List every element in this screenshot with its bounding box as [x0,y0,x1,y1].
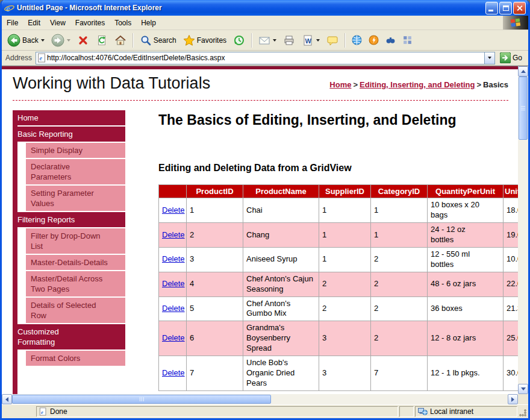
address-bar: Address e Go [2,51,528,66]
lightning-extra-button[interactable] [366,34,382,46]
grid-header-empty [159,185,187,198]
site-masthead: Working with Data Tutorials Home>Editing… [13,74,508,101]
close-button[interactable] [513,2,526,14]
breadcrumb-home-link[interactable]: Home [329,80,351,89]
sidebar-item-filter-by-dropdown-list[interactable]: Filter by Drop-Down List [26,228,125,254]
scroll-down-button[interactable] [518,384,528,394]
cell-productid: 7 [187,356,243,391]
history-button[interactable] [230,33,248,48]
address-input[interactable] [47,53,484,63]
go-button[interactable]: Go [495,52,526,63]
toolbar-separator [344,33,346,48]
address-dropdown-button[interactable] [484,52,494,64]
cell-supplierid: 2 [319,296,371,321]
sidebar-item-details-of-selected-row[interactable]: Details of Selected Row [26,298,125,323]
forward-dropdown-icon [67,39,70,42]
breadcrumb-section-link[interactable]: Editing, Inserting, and Deleting [360,80,475,89]
discuss-button[interactable] [323,33,341,48]
status-page-icon: e [39,407,48,416]
print-button[interactable] [280,33,298,48]
binoculars-icon [385,35,396,45]
stop-icon [77,34,89,46]
table-row: Delete 6 Grandma's Boysenberry Spread 3 … [159,321,519,356]
sidebar-item-basic-reporting[interactable]: Basic Reporting [13,127,125,142]
vertical-scrollbar[interactable] [518,66,528,394]
menu-tools[interactable]: Tools [110,16,136,30]
section-heading: Editing and Deleting Data from a GridVie… [158,163,518,174]
favorites-button[interactable]: Favorites [180,33,229,48]
delete-link[interactable]: Delete [162,205,185,215]
delete-link[interactable]: Delete [162,279,185,288]
stop-button[interactable] [74,33,92,48]
menu-help[interactable]: Help [136,16,161,30]
cell-productid: 3 [187,248,243,272]
vertical-scroll-track[interactable] [518,77,528,384]
cell-productid: 2 [187,223,243,248]
delete-link[interactable]: Delete [162,333,185,342]
close-icon [516,5,523,11]
intranet-zone-icon [418,407,428,416]
menu-view[interactable]: View [45,16,70,30]
horizontal-scroll-track[interactable] [12,394,508,404]
sidebar-item-home[interactable]: Home [13,110,125,125]
menu-favorites[interactable]: Favorites [70,16,110,30]
sidebar-item-setting-parameter-values[interactable]: Setting Parameter Values [26,186,125,211]
scroll-right-button[interactable] [508,394,518,404]
title-bar[interactable]: e Untitled Page - Microsoft Internet Exp… [2,0,528,16]
globe-extra-button[interactable] [349,34,365,46]
tiles-extra-button[interactable] [399,34,416,46]
sidebar-item-format-colors[interactable]: Format Colors [26,351,125,366]
sidebar-item-customized-formatting[interactable]: Customized Formatting [13,324,125,349]
sidebar-item-master-details-details[interactable]: Master-Details-Details [26,255,125,270]
delete-link[interactable]: Delete [162,230,185,239]
sidebar-item-simple-display[interactable]: Simple Display [26,143,125,158]
cell-categoryid: 1 [371,223,428,248]
delete-link[interactable]: Delete [162,304,185,313]
forward-button[interactable] [48,33,73,48]
sidebar-item-filtering-reports[interactable]: Filtering Reports [13,212,125,227]
window-title: Untitled Page - Microsoft Internet Explo… [17,4,485,12]
mail-button[interactable] [255,33,279,48]
grid-header-supplierid: SupplierID [319,185,371,198]
discuss-icon [326,34,338,46]
status-message-pane: e Done [36,406,398,417]
favorites-label: Favorites [197,36,226,45]
menu-edit[interactable]: Edit [23,16,45,30]
scroll-left-button[interactable] [2,394,12,404]
grid-header-productid: ProductID [187,185,243,198]
back-dropdown-icon [41,39,45,42]
resize-grip[interactable] [519,406,527,417]
grid-header-productname: ProductName [243,185,319,198]
scroll-up-button[interactable] [518,66,528,77]
refresh-button[interactable] [93,33,111,48]
vertical-scroll-thumb[interactable] [519,77,528,140]
menu-file[interactable]: File [2,16,23,30]
products-gridview: ProductID ProductName SupplierID Categor… [158,184,518,390]
binoculars-extra-button[interactable] [382,34,399,46]
delete-link[interactable]: Delete [162,254,185,263]
minimize-button[interactable] [485,2,498,14]
cell-productid: 5 [187,296,243,321]
search-button[interactable]: Search [137,33,179,48]
back-label: Back [22,36,39,45]
horizontal-scrollbar[interactable] [2,394,518,404]
back-button[interactable]: Back [4,33,48,48]
table-row: Delete 5 Chef Anton's Gumbo Mix 2 2 36 b… [159,296,519,321]
home-button[interactable] [111,33,129,48]
globe-icon [352,35,362,45]
maximize-button[interactable] [499,2,512,14]
table-row: Delete 2 Chang 1 1 24 - 12 oz bottles 19… [159,223,519,248]
page-title: The Basics of Editing, Inserting, and De… [158,111,460,129]
cell-productname: Grandma's Boysenberry Spread [243,321,319,356]
delete-link[interactable]: Delete [162,368,185,377]
edit-button[interactable]: W [299,33,323,48]
status-text: Done [50,407,67,416]
sidebar-item-master-detail-two-pages[interactable]: Master/Detail Across Two Pages [26,271,125,296]
table-row: Delete 3 Aniseed Syrup 1 2 12 - 550 ml b… [159,248,519,272]
table-row: Delete 7 Uncle Bob's Organic Dried Pears… [159,356,519,391]
arrow-up-icon [521,70,526,73]
sidebar-item-declarative-parameters[interactable]: Declarative Parameters [26,159,125,184]
svg-text:e: e [40,55,43,61]
horizontal-scroll-thumb[interactable] [12,395,271,404]
address-field[interactable]: e [36,52,495,64]
